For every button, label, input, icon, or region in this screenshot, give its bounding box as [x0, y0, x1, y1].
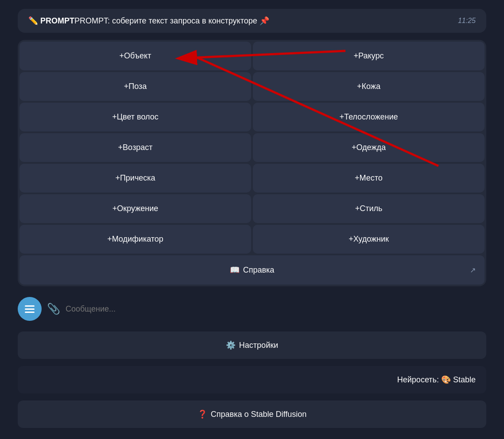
place-button[interactable]: +Место	[253, 164, 485, 193]
question-icon: ❓	[198, 409, 207, 419]
style-button[interactable]: +Стиль	[253, 194, 485, 223]
header-title: ✏️ PROMPTPROMPT: соберите текст запроса …	[28, 16, 269, 26]
paperclip-icon: 📎	[47, 303, 60, 315]
clothing-button[interactable]: +Одежда	[253, 133, 485, 162]
neural-prefix: Нейросеть:	[397, 375, 439, 384]
pencil-icon: ✏️	[28, 16, 38, 25]
poza-button[interactable]: +Поза	[19, 72, 251, 101]
stable-diffusion-help-button[interactable]: ❓ Справка о Stable Diffusion	[18, 400, 486, 428]
header-time: 11:25	[458, 17, 476, 25]
gear-icon: ⚙️	[226, 340, 236, 350]
buttons-grid-container: +Объект +Ракурс +Поза +Кожа +Цвет волос …	[18, 40, 486, 286]
settings-button[interactable]: ⚙️ Настройки	[18, 331, 486, 359]
sd-help-label: Справка о Stable Diffusion	[211, 410, 306, 419]
pin-icon: 📌	[260, 16, 269, 25]
hair-color-button[interactable]: +Цвет волос	[19, 103, 251, 131]
header-bar: ✏️ PROMPTPROMPT: соберите текст запроса …	[18, 9, 486, 33]
object-button[interactable]: +Объект	[19, 42, 251, 70]
help-button[interactable]: 📖 Справка ↗	[19, 255, 485, 285]
rakurs-button[interactable]: +Ракурс	[253, 42, 485, 70]
hairstyle-button[interactable]: +Прическа	[19, 164, 251, 193]
settings-label: Настройки	[239, 341, 278, 350]
menu-button[interactable]	[18, 297, 42, 321]
kozha-button[interactable]: +Кожа	[253, 72, 485, 101]
modifier-button[interactable]: +Модификатор	[19, 225, 251, 254]
attachment-button[interactable]: 📎	[47, 303, 60, 315]
book-icon: 📖	[230, 265, 240, 275]
message-input[interactable]	[66, 304, 486, 314]
message-input-row: 📎	[18, 293, 486, 324]
neural-text: Нейросеть: 🎨 Stable	[397, 375, 476, 385]
artist-button[interactable]: +Художник	[253, 225, 485, 254]
palette-icon: 🎨	[441, 375, 453, 384]
neural-label: Stable	[453, 375, 476, 384]
age-button[interactable]: +Возраст	[19, 133, 251, 162]
hamburger-icon	[25, 305, 35, 313]
physique-button[interactable]: +Телосложение	[253, 103, 485, 131]
external-link-icon: ↗	[470, 266, 476, 274]
help-label: Справка	[243, 266, 275, 275]
surroundings-button[interactable]: +Окружение	[19, 194, 251, 223]
neural-row: Нейросеть: 🎨 Stable	[18, 366, 486, 393]
